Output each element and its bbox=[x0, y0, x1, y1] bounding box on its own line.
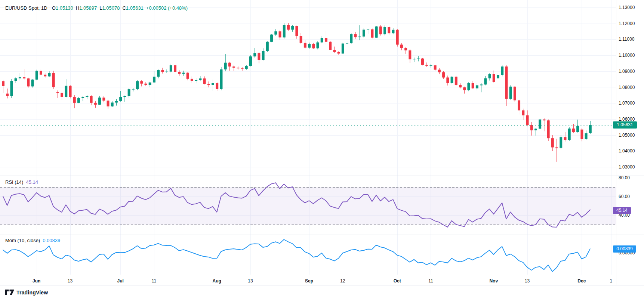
candle-body bbox=[480, 84, 483, 85]
candle-body bbox=[291, 26, 294, 30]
candle-body bbox=[308, 44, 311, 47]
candle-body bbox=[451, 77, 453, 83]
candle-body bbox=[501, 67, 503, 75]
candle-body bbox=[589, 125, 592, 133]
candle-body bbox=[119, 97, 122, 101]
candle-body bbox=[472, 83, 474, 89]
last-price-badge: 1.05631 bbox=[613, 121, 637, 129]
candle-body bbox=[434, 65, 437, 70]
candle-body bbox=[52, 73, 55, 87]
time-axis[interactable] bbox=[0, 275, 616, 285]
tradingview-logo-icon bbox=[5, 289, 14, 296]
candle-body bbox=[128, 89, 130, 96]
rsi-value-badge: 45.14 bbox=[613, 207, 631, 214]
candle-body bbox=[111, 102, 114, 106]
candle-body bbox=[564, 137, 566, 140]
candle-body bbox=[48, 73, 50, 76]
candle-body bbox=[505, 67, 508, 99]
chart-canvas[interactable]: 1.130001.120001.110001.100001.090001.080… bbox=[0, 0, 644, 300]
candle-body bbox=[123, 96, 126, 97]
candle-body bbox=[476, 85, 478, 88]
open-value: O1.05130 bbox=[52, 5, 73, 11]
price-axis[interactable] bbox=[616, 0, 644, 285]
candle-body bbox=[212, 83, 214, 85]
candle-body bbox=[518, 100, 520, 111]
candle-body bbox=[77, 98, 80, 103]
candle-body bbox=[174, 65, 176, 72]
symbol-title[interactable]: EUR/USD Spot, 1D bbox=[5, 5, 47, 11]
candle-body bbox=[560, 137, 562, 148]
candle-body bbox=[161, 70, 164, 72]
candle-body bbox=[102, 98, 105, 100]
mom-label[interactable]: Mom (10, close) bbox=[5, 238, 40, 243]
candle-body bbox=[69, 86, 72, 97]
candle-body bbox=[346, 43, 348, 44]
candle-body bbox=[182, 73, 185, 74]
candle-body bbox=[467, 83, 470, 90]
candle-body bbox=[40, 71, 42, 75]
candle-body bbox=[539, 120, 541, 129]
candle-body bbox=[249, 56, 252, 66]
candle-body bbox=[425, 65, 428, 66]
candle-body bbox=[245, 66, 248, 69]
candle-body bbox=[363, 30, 365, 36]
candle-body bbox=[459, 85, 462, 87]
candle-body bbox=[166, 72, 168, 72]
candle-body bbox=[514, 87, 516, 100]
candle-body bbox=[304, 43, 306, 48]
rsi-legend: RSI (14) 45.14 bbox=[5, 179, 38, 185]
candle-body bbox=[220, 69, 222, 89]
candle-body bbox=[31, 80, 34, 86]
candle-body bbox=[216, 83, 218, 89]
candle-body bbox=[342, 44, 344, 54]
candle-body bbox=[555, 147, 558, 148]
candle-body bbox=[107, 100, 110, 106]
candle-body bbox=[195, 80, 197, 81]
candle-body bbox=[534, 129, 537, 130]
candle-body bbox=[15, 78, 17, 81]
candle-body bbox=[580, 130, 583, 139]
candle-body bbox=[144, 84, 147, 85]
candle-body bbox=[10, 81, 13, 96]
candle-body bbox=[333, 50, 336, 52]
mom-line bbox=[3, 239, 590, 272]
candle-body bbox=[153, 77, 155, 82]
candle-body bbox=[23, 77, 25, 78]
candle-body bbox=[136, 81, 139, 89]
candle-body bbox=[65, 86, 67, 97]
candle-body bbox=[329, 42, 332, 50]
candle-body bbox=[568, 129, 571, 140]
candle-body bbox=[383, 27, 386, 34]
candle-body bbox=[178, 72, 181, 74]
tradingview-attribution[interactable]: TradingView bbox=[5, 289, 48, 296]
candle-body bbox=[191, 79, 193, 81]
candle-body bbox=[312, 44, 315, 48]
candle-body bbox=[530, 125, 533, 130]
rsi-label[interactable]: RSI (14) bbox=[5, 179, 23, 185]
candle-body bbox=[417, 59, 420, 59]
candle-body bbox=[262, 51, 265, 60]
candle-body bbox=[203, 78, 206, 84]
mom-value-badge: 0.00839 bbox=[613, 245, 636, 253]
candle-body bbox=[438, 70, 441, 72]
candle-body bbox=[132, 89, 135, 90]
candle-body bbox=[149, 83, 151, 85]
candle-body bbox=[392, 30, 394, 33]
candlestick-series bbox=[2, 23, 592, 162]
candle-body bbox=[551, 138, 554, 147]
candle-body bbox=[287, 25, 290, 30]
candle-body bbox=[358, 37, 361, 37]
candle-body bbox=[576, 126, 579, 132]
candle-body bbox=[338, 52, 340, 54]
change-value: +0.00502 (+0.48%) bbox=[146, 5, 188, 11]
candle-body bbox=[279, 31, 281, 37]
low-value: L1.05078 bbox=[99, 5, 120, 11]
tradingview-chart: 1.130001.120001.110001.100001.090001.080… bbox=[0, 0, 644, 300]
candle-body bbox=[379, 27, 382, 34]
candle-body bbox=[493, 74, 495, 82]
candle-body bbox=[187, 73, 189, 79]
mom-value: 0.00839 bbox=[43, 238, 60, 243]
candle-body bbox=[321, 38, 323, 42]
candle-body bbox=[400, 44, 403, 48]
candle-body bbox=[354, 34, 357, 37]
